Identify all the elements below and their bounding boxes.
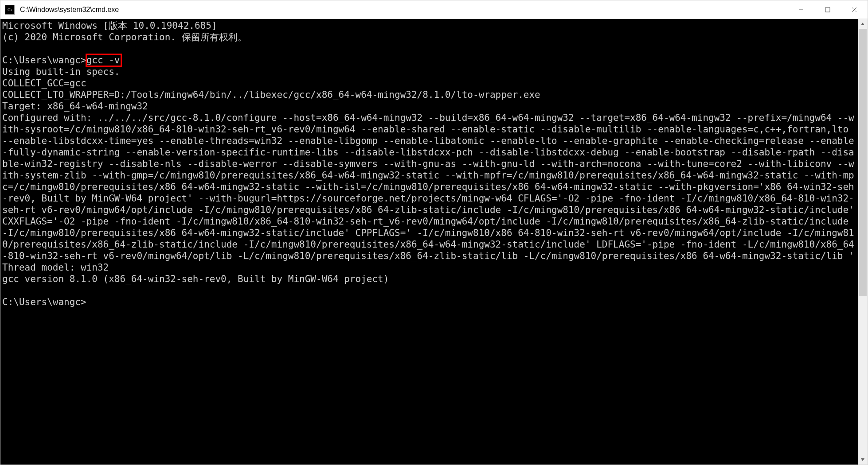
line-copyright: (c) 2020 Microsoft Corporation. 保留所有权利。 <box>2 32 247 43</box>
out-collect-gcc: COLLECT_GCC=gcc <box>2 78 86 89</box>
cmd-icon: C:\. <box>5 5 15 15</box>
window-controls <box>788 0 868 19</box>
prompt-1: C:\Users\wangc> <box>2 55 86 66</box>
highlighted-command: gcc -v <box>86 54 121 66</box>
close-button[interactable] <box>841 0 868 19</box>
terminal-area: Microsoft Windows [版本 10.0.19042.685] (c… <box>0 19 868 465</box>
minimize-button[interactable] <box>788 0 814 19</box>
chevron-down-icon <box>860 457 865 462</box>
vertical-scrollbar[interactable] <box>858 19 868 465</box>
out-specs: Using built-in specs. <box>2 66 120 77</box>
scroll-down-button[interactable] <box>858 455 868 465</box>
prompt-2: C:\Users\wangc> <box>2 297 86 307</box>
scroll-up-button[interactable] <box>858 19 868 29</box>
maximize-icon <box>825 7 831 13</box>
titlebar[interactable]: C:\. C:\Windows\system32\cmd.exe <box>0 0 868 19</box>
cmd-window: C:\. C:\Windows\system32\cmd.exe Microso… <box>0 0 868 465</box>
minimize-icon <box>798 7 804 13</box>
out-collect-lto: COLLECT_LTO_WRAPPER=D:/Tools/mingw64/bin… <box>2 89 540 100</box>
out-target: Target: x86_64-w64-mingw32 <box>2 101 148 112</box>
out-gcc-version: gcc version 8.1.0 (x86_64-win32-seh-rev0… <box>2 274 389 284</box>
svg-marker-4 <box>861 23 864 25</box>
close-icon <box>851 7 857 13</box>
svg-rect-1 <box>825 8 830 12</box>
out-thread-model: Thread model: win32 <box>2 262 109 273</box>
terminal-output[interactable]: Microsoft Windows [版本 10.0.19042.685] (c… <box>0 19 858 465</box>
line-version: Microsoft Windows [版本 10.0.19042.685] <box>2 20 217 31</box>
chevron-up-icon <box>860 22 865 26</box>
maximize-button[interactable] <box>814 0 841 19</box>
scroll-thumb[interactable] <box>859 29 867 296</box>
window-title: C:\Windows\system32\cmd.exe <box>20 6 788 14</box>
svg-marker-5 <box>861 458 864 461</box>
out-configured: Configured with: ../../../src/gcc-8.1.0/… <box>2 112 858 261</box>
